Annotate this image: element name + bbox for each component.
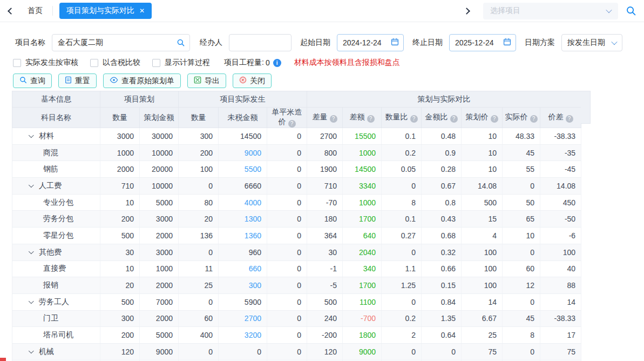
checkbox-icon[interactable]: [152, 59, 160, 67]
value-cell: 25: [179, 277, 219, 294]
amount-link-cell[interactable]: 660: [219, 260, 267, 277]
value-cell: -70: [307, 194, 343, 211]
project-name-label: 项目名称: [15, 38, 45, 48]
value-cell: 136: [179, 228, 219, 244]
value-cell: 0.05: [382, 161, 422, 178]
value-cell: 10000: [140, 144, 179, 161]
column-header: 数量: [179, 108, 219, 128]
checkbox-compare-with-tax[interactable]: 以含税比较: [90, 58, 140, 68]
column-group-header: 基本信息: [12, 91, 100, 108]
checkbox-icon[interactable]: [90, 59, 98, 67]
value-cell: 6660: [219, 178, 267, 195]
info-icon[interactable]: i: [273, 59, 281, 67]
global-search-icon[interactable]: [626, 5, 636, 16]
reset-button[interactable]: 重置: [58, 73, 97, 88]
amount-link-cell[interactable]: 2700: [219, 310, 267, 327]
help-icon[interactable]: ?: [288, 120, 296, 128]
column-header: 金额比?: [422, 108, 462, 128]
collapse-chevron-icon[interactable]: [29, 298, 34, 304]
column-header: 数量比?: [382, 108, 422, 128]
value-cell: 0.8: [422, 194, 462, 211]
amount-link-cell[interactable]: 1300: [219, 211, 267, 228]
amount-link-cell[interactable]: 4000: [219, 194, 267, 211]
value-cell: 0.2: [382, 144, 422, 161]
value-cell: 200: [100, 327, 140, 344]
checkbox-label: 显示计算过程: [165, 58, 210, 68]
value-cell: 0: [267, 228, 307, 244]
value-cell: 450: [540, 194, 581, 211]
start-date-input[interactable]: 2024-12-24: [337, 34, 404, 51]
subject-name-label: 劳务工人: [39, 297, 69, 306]
checkbox-actual-by-audit[interactable]: 实际发生按审核: [13, 58, 78, 68]
column-header: 策划金额: [140, 108, 179, 128]
tab-home[interactable]: 首页: [28, 6, 43, 16]
query-button-label: 查询: [30, 76, 45, 86]
column-header: 数量: [100, 108, 140, 128]
checkbox-icon[interactable]: [13, 59, 21, 67]
end-date-value: 2025-12-24: [455, 38, 494, 47]
value-cell: 500: [100, 228, 140, 244]
view-original-plan-button[interactable]: 查看原始策划单: [103, 73, 181, 88]
value-cell: 25: [462, 327, 503, 344]
table-row: 劳务分包2003000201300018017000.10.431565-50: [12, 211, 581, 228]
project-name-input[interactable]: [52, 34, 190, 51]
help-icon[interactable]: ?: [530, 115, 538, 123]
value-cell: 0: [267, 277, 307, 294]
value-cell: 120: [307, 343, 343, 360]
column-header-label: 策划价: [466, 112, 489, 121]
date-scheme-label: 日期方案: [525, 38, 555, 48]
scroll-tabs-right-icon[interactable]: [463, 8, 470, 15]
collapse-chevron-icon[interactable]: [29, 249, 34, 254]
value-cell: 88: [540, 277, 581, 294]
agent-input[interactable]: [229, 34, 292, 51]
value-cell: 45: [503, 310, 540, 327]
reset-button-label: 重置: [75, 76, 90, 86]
value-cell: 710: [307, 178, 343, 195]
project-search-icon[interactable]: [177, 38, 185, 49]
value-cell: 400: [179, 327, 219, 344]
material-cost-warning-text: 材料成本按领料且含报损和盘点: [294, 58, 400, 68]
value-cell: -700: [343, 310, 382, 327]
help-icon[interactable]: ?: [566, 115, 573, 123]
project-select[interactable]: 选择项目: [483, 3, 618, 19]
column-header: 差额?: [343, 108, 382, 128]
help-icon[interactable]: ?: [410, 115, 418, 123]
collapse-chevron-icon[interactable]: [29, 132, 34, 138]
checkbox-show-calculation[interactable]: 显示计算过程: [152, 58, 210, 68]
amount-link-cell[interactable]: 5500: [219, 161, 267, 178]
value-cell: 0: [267, 161, 307, 178]
help-icon[interactable]: ?: [450, 115, 458, 123]
collapse-chevron-icon[interactable]: [29, 182, 34, 188]
value-cell: 300: [179, 128, 219, 145]
column-header-label: 科目名称: [41, 113, 71, 122]
amount-link-cell[interactable]: 9000: [219, 144, 267, 161]
amount-link-cell[interactable]: 300: [219, 277, 267, 294]
amount-link-cell[interactable]: 3200: [219, 327, 267, 344]
help-icon[interactable]: ?: [367, 115, 375, 123]
value-cell: 10: [462, 161, 503, 178]
value-cell: 11: [179, 260, 219, 277]
value-cell: 100: [462, 277, 503, 294]
value-cell: 120: [100, 343, 140, 360]
start-date-label: 起始日期: [300, 38, 330, 48]
value-cell: -1: [307, 260, 343, 277]
header-group-row: 基本信息项目策划项目实际发生策划与实际对比: [12, 91, 581, 108]
help-icon[interactable]: ?: [330, 115, 337, 123]
value-cell: -45: [540, 161, 581, 178]
subject-name-label: 报销: [43, 280, 58, 289]
query-button[interactable]: 查询: [13, 73, 52, 88]
tab-close-icon[interactable]: ✕: [139, 8, 145, 14]
date-scheme-select[interactable]: 按发生日期: [561, 34, 622, 51]
close-button[interactable]: 关闭: [233, 73, 272, 88]
value-cell: 0: [179, 244, 219, 260]
value-cell: 364: [307, 228, 343, 244]
document-icon: [65, 76, 72, 85]
amount-link-cell[interactable]: 1360: [219, 228, 267, 244]
scroll-tabs-left-icon[interactable]: [8, 8, 15, 15]
export-button[interactable]: 导出: [187, 73, 226, 88]
help-icon[interactable]: ?: [491, 115, 498, 123]
column-header-label: 数量: [191, 113, 206, 122]
tab-active[interactable]: 项目策划与实际对比 ✕: [59, 3, 152, 19]
end-date-input[interactable]: 2025-12-24: [449, 34, 516, 51]
collapse-chevron-icon[interactable]: [29, 348, 34, 353]
